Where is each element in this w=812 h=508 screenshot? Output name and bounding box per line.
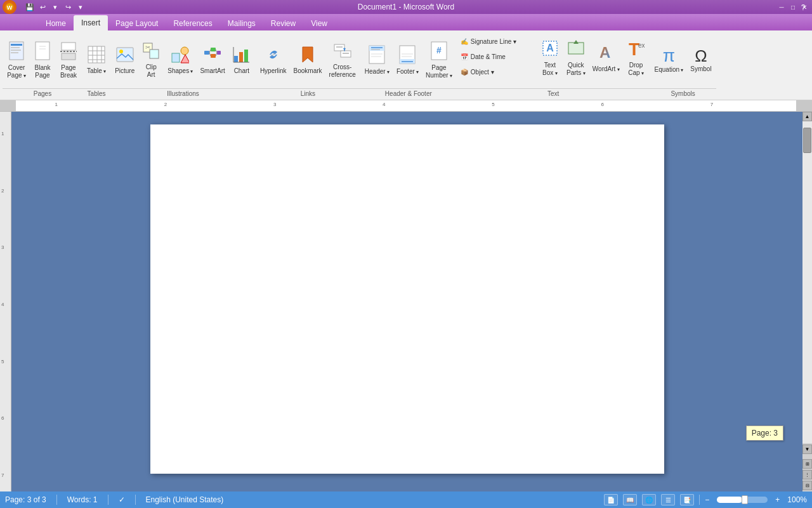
header-icon <box>369 45 385 67</box>
print-layout-button[interactable]: 📄 <box>604 494 618 505</box>
tab-home[interactable]: Home <box>38 17 74 30</box>
zoom-expand-button[interactable]: ⊞ <box>802 459 812 469</box>
zoom-dots-button[interactable]: ⋮ <box>802 470 812 479</box>
blank-page-label: BlankPage <box>34 64 50 79</box>
scroll-down-button[interactable]: ▼ <box>802 444 812 454</box>
bookmark-button[interactable]: Bookmark <box>291 37 325 84</box>
ruler-v-mark: 1 <box>1 131 4 137</box>
picture-button[interactable]: Picture <box>112 37 138 84</box>
zoom-in-button[interactable]: + <box>775 495 780 504</box>
chart-button[interactable]: Chart <box>229 37 254 84</box>
text-box-button[interactable]: A TextBox <box>537 34 563 81</box>
page-number-label: PageNumber <box>426 64 452 79</box>
svg-rect-6 <box>11 52 18 53</box>
outline-view-button[interactable]: ☰ <box>661 494 675 505</box>
page-number-button[interactable]: # PageNumber <box>422 37 455 84</box>
ruler-v-mark: 5 <box>1 359 4 364</box>
scroll-thumb[interactable] <box>803 128 811 153</box>
status-bar: Page: 3 of 3 Words: 1 ✓ English (United … <box>0 491 812 508</box>
tab-references[interactable]: References <box>166 17 219 30</box>
page-info: Page: 3 of 3 <box>5 495 46 504</box>
blank-page-button[interactable]: BlankPage <box>30 37 55 84</box>
qat-dropdown[interactable]: ▾ <box>75 1 86 13</box>
redo-button[interactable]: ↪ <box>62 1 74 13</box>
group-links-label: Links <box>256 88 360 98</box>
svg-rect-12 <box>62 53 75 60</box>
header-label: Header <box>365 68 390 76</box>
svg-rect-50 <box>369 46 384 51</box>
hyperlink-button[interactable]: Hyperlink <box>257 37 290 84</box>
svg-rect-29 <box>211 48 216 51</box>
equation-icon: π <box>663 47 675 65</box>
symbol-button[interactable]: Ω Symbol <box>687 37 714 84</box>
wordart-button[interactable]: A WordArt <box>589 34 623 81</box>
quick-parts-button[interactable]: QuickParts <box>563 34 589 81</box>
page-break-button[interactable]: PageBreak <box>56 37 81 84</box>
help-button[interactable]: ? <box>797 1 809 14</box>
clip-art-button[interactable]: ✂ ClipArt <box>138 37 164 84</box>
table-icon <box>88 46 105 66</box>
drop-cap-button[interactable]: T ext DropCap <box>624 34 649 81</box>
clip-art-icon: ✂ <box>142 42 160 62</box>
wordart-icon: A <box>598 43 614 64</box>
svg-rect-23 <box>150 50 159 58</box>
smartart-button[interactable]: SmartArt <box>197 37 228 84</box>
date-time-button[interactable]: 📅 Date & Time <box>458 50 534 64</box>
full-screen-button[interactable]: 📖 <box>623 494 637 505</box>
group-symbols-label: Symbols <box>650 88 716 98</box>
vertical-scrollbar[interactable]: ▲ ▼ ⊞ ⋮ ⊟ <box>802 112 812 491</box>
save-button[interactable]: 💾 <box>24 1 36 13</box>
svg-rect-3 <box>11 44 22 46</box>
footer-button[interactable]: Footer <box>393 37 422 84</box>
cross-reference-button[interactable]: Cross-reference <box>326 37 359 84</box>
svg-line-32 <box>209 50 211 53</box>
header-button[interactable]: Header <box>362 37 393 84</box>
ruler-v-mark: 6 <box>1 415 4 421</box>
svg-rect-31 <box>217 51 221 55</box>
tab-view[interactable]: View <box>303 17 335 30</box>
scroll-track[interactable] <box>802 121 812 443</box>
office-button[interactable]: W <box>3 0 16 14</box>
svg-line-34 <box>216 50 217 53</box>
tab-page-layout[interactable]: Page Layout <box>108 17 166 30</box>
undo-button[interactable]: ↩ <box>37 1 48 13</box>
ruler-mark: 7 <box>710 102 713 107</box>
zoom-slider[interactable] <box>717 497 768 503</box>
zoom-collapse-button[interactable]: ⊟ <box>802 481 812 490</box>
tab-review[interactable]: Review <box>263 17 303 30</box>
svg-rect-38 <box>244 50 248 62</box>
svg-rect-20 <box>117 48 133 62</box>
chart-label: Chart <box>234 67 249 75</box>
status-separator <box>56 495 57 505</box>
text-box-icon: A <box>542 39 558 60</box>
object-button[interactable]: 📦 Object ▾ <box>458 65 534 79</box>
web-layout-button[interactable]: 🌐 <box>642 494 656 505</box>
cover-page-button[interactable]: CoverPage <box>4 37 29 84</box>
status-separator <box>135 495 136 505</box>
shapes-button[interactable]: Shapes <box>164 37 196 84</box>
svg-rect-43 <box>334 44 344 51</box>
undo-dropdown[interactable]: ▾ <box>49 1 61 13</box>
group-tables: Table Tables <box>82 32 110 98</box>
signature-line-button[interactable]: ✍ Signature Line ▾ <box>458 34 534 48</box>
draft-view-button[interactable]: 📑 <box>680 494 694 505</box>
bookmark-label: Bookmark <box>294 67 322 75</box>
quick-parts-icon <box>568 39 584 60</box>
footer-icon <box>399 45 416 67</box>
minimize-button[interactable]: ─ <box>776 3 787 11</box>
blank-page-icon <box>34 41 51 63</box>
tab-insert[interactable]: Insert <box>74 15 108 30</box>
equation-label: Equation <box>655 66 684 74</box>
group-illustrations-label: Illustrations <box>110 88 256 98</box>
cross-reference-label: Cross-reference <box>329 64 356 79</box>
main-area: 1 2 3 4 5 6 7 Page: 3 ▲ ▼ ⊞ ⋮ ⊟ <box>0 112 812 491</box>
document-page[interactable] <box>150 124 664 474</box>
equation-button[interactable]: π Equation <box>652 37 687 84</box>
table-button[interactable]: Table <box>84 37 109 84</box>
ribbon-content: CoverPage BlankPage <box>0 30 812 100</box>
scroll-up-button[interactable]: ▲ <box>802 112 812 121</box>
zoom-thumb[interactable] <box>742 495 748 504</box>
zoom-out-button[interactable]: − <box>705 495 709 504</box>
tab-mailings[interactable]: Mailings <box>220 17 263 30</box>
svg-marker-65 <box>573 40 579 44</box>
